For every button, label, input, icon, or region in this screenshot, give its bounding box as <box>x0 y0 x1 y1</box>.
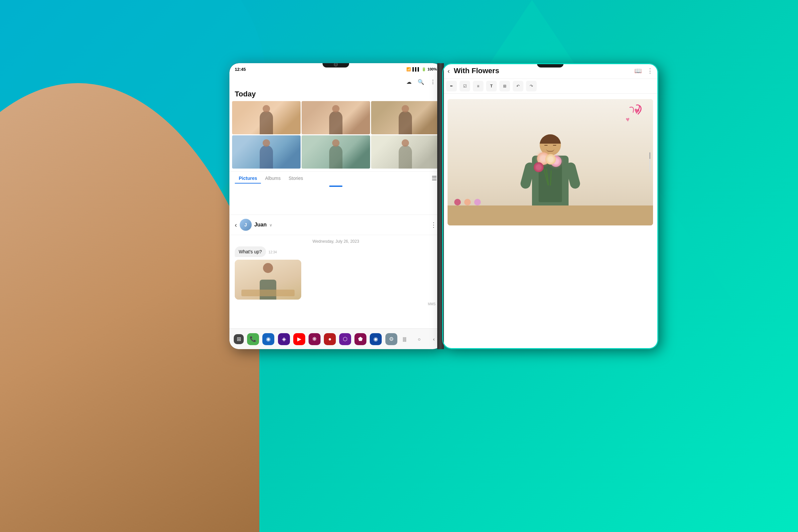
photo-cell[interactable] <box>232 135 301 169</box>
gallery-tabs: Pictures Albums Stories ☰ <box>229 171 442 184</box>
message-time: 12:34 <box>269 250 277 254</box>
pen-tool-button[interactable]: ✒ <box>446 81 457 92</box>
search-icon[interactable]: 🔍 <box>417 78 425 86</box>
contact-name-container: Juan ∨ <box>254 222 273 228</box>
table-flowers <box>454 199 481 206</box>
message-image-person <box>263 263 273 273</box>
flower-dark-pink <box>534 162 544 172</box>
photo-person <box>399 145 412 169</box>
photo-person <box>329 145 342 169</box>
tab-stories[interactable]: Stories <box>285 174 307 182</box>
table-area <box>241 290 294 296</box>
cloud-upload-icon[interactable]: ☁ <box>405 78 413 86</box>
table-tool-button[interactable]: ⊞ <box>499 81 510 92</box>
flower-peach-2 <box>545 154 556 165</box>
florist-table <box>448 206 653 225</box>
photo-cell[interactable] <box>371 101 440 134</box>
nav-samsung-app[interactable]: ◈ <box>278 333 290 345</box>
tab-pictures[interactable]: Pictures <box>235 174 261 182</box>
note-scroll-indicator <box>649 152 650 172</box>
camera-lens <box>334 63 338 66</box>
messages-header: ‹ J Juan ∨ ⋮ <box>229 215 442 235</box>
note-more-icon[interactable]: ⋮ <box>647 67 653 75</box>
nav-youtube-app[interactable]: ▶ <box>293 333 305 345</box>
text-tool-button[interactable]: T <box>486 81 497 92</box>
phone-hinge <box>437 63 444 349</box>
back-button[interactable]: ‹ <box>430 335 438 343</box>
redo-button[interactable]: ↷ <box>526 81 537 92</box>
photo-person <box>329 111 342 134</box>
table-flower-3 <box>474 199 481 206</box>
contact-avatar: J <box>240 219 252 231</box>
status-time: 12:45 <box>235 67 246 72</box>
nav-app5[interactable]: ◉ <box>370 333 382 345</box>
today-label: Today <box>229 89 442 101</box>
photo-cell[interactable] <box>371 135 440 169</box>
photo-person <box>260 111 273 134</box>
nav-app3[interactable]: ⬡ <box>339 333 351 345</box>
more-menu-icon[interactable]: ⋮ <box>429 78 437 86</box>
note-header-icons: 📖 ⋮ <box>634 67 653 75</box>
status-icons: 📶 ▌▌▌ 🔋 100% <box>406 67 437 72</box>
contact-name: Juan <box>254 222 267 227</box>
tab-albums[interactable]: Albums <box>261 174 285 182</box>
system-nav-buttons: ||| ○ ‹ <box>401 335 438 343</box>
stem2 <box>550 171 552 186</box>
photo-cell[interactable] <box>302 101 370 134</box>
photo-cell[interactable] <box>302 135 370 169</box>
messages-more-icon[interactable]: ⋮ <box>430 221 437 229</box>
message-bubble: What's up? <box>235 246 266 257</box>
nav-app1[interactable]: ❋ <box>308 333 321 345</box>
nav-app4[interactable]: ⬟ <box>355 333 366 345</box>
eye-right <box>553 145 556 146</box>
note-text-area[interactable] <box>448 228 653 241</box>
note-scroll-thumb <box>649 152 650 159</box>
note-toolbar: ✒ ☑ ≡ T ⊞ ↶ ↷ <box>442 79 658 94</box>
bottom-navigation: ⊞ 📞 ◉ ◈ ▶ ❋ ● ⬡ ⬟ ◉ ⚙ ||| ○ ‹ <box>229 328 442 349</box>
mms-label: MMS <box>229 302 442 306</box>
photo-grid <box>229 101 442 169</box>
nav-settings-app[interactable]: ⚙ <box>385 333 397 345</box>
right-panel-content: ‹ With Flowers 📖 ⋮ ✒ ☑ ≡ T ⊞ ↶ ↷ <box>442 63 658 349</box>
scroll-indicator <box>329 186 342 187</box>
table-flower-1 <box>454 199 461 206</box>
note-back-button[interactable]: ‹ <box>448 67 450 75</box>
nav-browser-app[interactable]: ◉ <box>262 333 274 345</box>
note-image: ♥ ♥ <box>448 99 653 225</box>
foldable-phone-device: 12:45 📶 ▌▌▌ 🔋 100% ☁ 🔍 ⋮ Today <box>113 30 442 323</box>
contact-chevron[interactable]: ∨ <box>269 223 272 227</box>
gallery-section: ☁ 🔍 ⋮ Today <box>229 75 442 215</box>
note-content: ♥ ♥ <box>442 94 658 349</box>
list-tool-button[interactable]: ≡ <box>473 81 483 92</box>
nav-app-icon[interactable]: ⊞ <box>234 334 244 344</box>
eye-left <box>544 145 548 146</box>
book-icon[interactable]: 📖 <box>634 67 642 75</box>
messages-back-button[interactable]: ‹ <box>235 221 237 229</box>
photo-person <box>399 111 412 134</box>
smile <box>546 149 554 152</box>
signal-icon: ▌▌▌ <box>412 67 420 71</box>
recent-apps-button[interactable]: ||| <box>401 335 408 343</box>
nav-phone-app[interactable]: 📞 <box>247 333 259 345</box>
photo-person <box>260 145 273 169</box>
camera-hump <box>323 63 349 68</box>
right-camera-hump <box>537 63 564 68</box>
message-image-bubble[interactable] <box>235 260 301 300</box>
nav-app2[interactable]: ● <box>324 333 336 345</box>
check-tool-button[interactable]: ☑ <box>459 81 470 92</box>
note-title: With Flowers <box>454 66 634 75</box>
pen-strokes <box>620 102 646 129</box>
home-button[interactable]: ○ <box>415 335 423 343</box>
message-list: What's up? 12:34 <box>229 246 442 257</box>
gallery-menu-icon[interactable]: ☰ <box>432 174 437 182</box>
photo-cell[interactable] <box>232 101 301 134</box>
table-flower-2 <box>464 199 471 206</box>
messages-date: Wednesday, July 26, 2023 <box>229 239 442 244</box>
left-panel-content: 12:45 📶 ▌▌▌ 🔋 100% ☁ 🔍 ⋮ Today <box>229 63 442 349</box>
battery-icon: 🔋 <box>422 67 426 72</box>
message-row: What's up? 12:34 <box>235 246 437 257</box>
wifi-icon: 📶 <box>406 67 411 72</box>
gallery-toolbar: ☁ 🔍 ⋮ <box>229 75 442 89</box>
right-phone-panel: ‹ With Flowers 📖 ⋮ ✒ ☑ ≡ T ⊞ ↶ ↷ <box>442 63 658 349</box>
undo-button[interactable]: ↶ <box>513 81 524 92</box>
